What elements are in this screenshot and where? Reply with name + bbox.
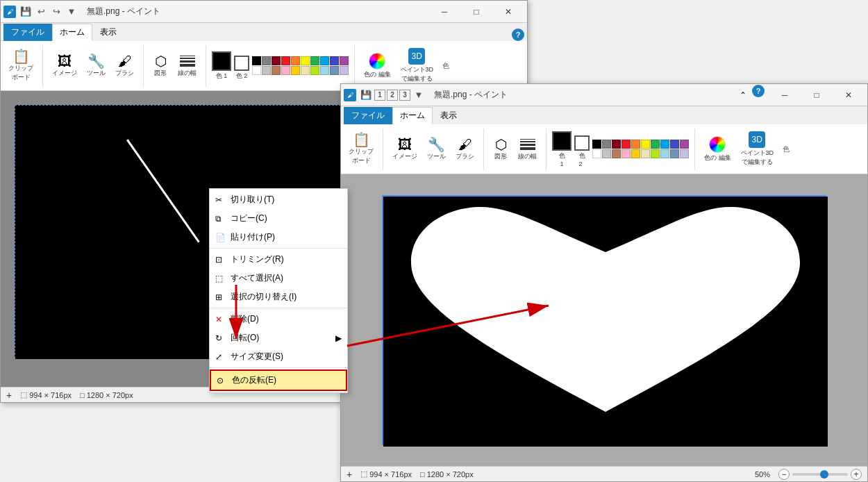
tools-btn-w2[interactable]: 🔧 ツール bbox=[424, 135, 449, 163]
menu-crop[interactable]: ⊡ トリミング(R) bbox=[210, 250, 347, 269]
palette-swatch-17[interactable] bbox=[320, 66, 329, 75]
tab-file-w2[interactable]: ファイル bbox=[344, 107, 392, 124]
color2-swatch-w1[interactable] bbox=[234, 56, 249, 71]
image-btn-w2[interactable]: 🖼 イメージ bbox=[389, 135, 421, 163]
shapes-btn-w2[interactable]: ⬡ 図形 bbox=[490, 135, 512, 163]
save-qat-btn-w2[interactable]: 💾 bbox=[359, 88, 373, 102]
num2-qat-btn-w2[interactable]: 2 bbox=[387, 90, 398, 101]
palette-swatch-16[interactable] bbox=[651, 149, 660, 158]
menu-delete[interactable]: ✕ 削除(D) bbox=[210, 310, 347, 329]
paint3d-btn-w2[interactable]: 3D ペイント3D で編集する bbox=[737, 129, 778, 169]
color1-swatch-w2[interactable] bbox=[552, 131, 571, 151]
menu-resize[interactable]: ⤢ サイズ変更(S) bbox=[210, 347, 347, 366]
undo-qat-btn[interactable]: ↩ bbox=[34, 5, 48, 19]
palette-swatch-1[interactable] bbox=[262, 56, 271, 65]
add-btn-w2[interactable]: + bbox=[347, 469, 352, 480]
menu-selectall[interactable]: ⬚ すべて選択(A) bbox=[210, 269, 347, 288]
palette-swatch-18[interactable] bbox=[330, 66, 339, 75]
palette-swatch-2[interactable] bbox=[612, 140, 621, 149]
minimize-btn-w1[interactable]: ─ bbox=[428, 1, 460, 22]
color-group-label-w2: 色 bbox=[783, 144, 790, 154]
help-btn-w2[interactable]: ? bbox=[752, 85, 765, 97]
menu-rotate[interactable]: ↻ 回転(O) ▶ bbox=[210, 329, 347, 347]
dropdown-qat-btn[interactable]: ▼ bbox=[65, 5, 78, 19]
color2-swatch-w2[interactable] bbox=[574, 135, 590, 151]
add-btn-w1[interactable]: + bbox=[6, 390, 12, 401]
palette-swatch-9[interactable] bbox=[340, 56, 349, 65]
save-qat-btn[interactable]: 💾 bbox=[19, 5, 33, 19]
palette-swatch-3[interactable] bbox=[281, 56, 290, 65]
palette-swatch-19[interactable] bbox=[340, 66, 349, 75]
dropdown-qat-btn-w2[interactable]: ▼ bbox=[412, 88, 426, 102]
coloreditor-btn-w1[interactable]: 色の 編集 bbox=[360, 51, 394, 81]
color1-swatch-w1[interactable] bbox=[212, 51, 231, 71]
num1-qat-btn-w2[interactable]: 1 bbox=[374, 90, 385, 101]
palette-swatch-14[interactable] bbox=[291, 66, 300, 75]
palette-swatch-13[interactable] bbox=[281, 66, 290, 75]
redo-qat-btn[interactable]: ↪ bbox=[49, 5, 63, 19]
shapes-btn-w1[interactable]: ⬡ 図形 bbox=[149, 52, 172, 80]
palette-swatch-7[interactable] bbox=[660, 140, 669, 149]
palette-swatch-12[interactable] bbox=[612, 149, 621, 158]
coloreditor-btn-w2[interactable]: 色の 編集 bbox=[701, 134, 735, 165]
palette-swatch-10[interactable] bbox=[252, 66, 261, 75]
palette-swatch-5[interactable] bbox=[641, 140, 650, 149]
maximize-btn-w1[interactable]: □ bbox=[460, 1, 492, 22]
palette-swatch-16[interactable] bbox=[310, 66, 319, 75]
minimize-btn-w2[interactable]: ─ bbox=[769, 85, 801, 106]
palette-swatch-18[interactable] bbox=[670, 149, 679, 158]
palette-swatch-0[interactable] bbox=[592, 140, 601, 149]
num3-qat-btn-w2[interactable]: 3 bbox=[399, 90, 410, 101]
palette-swatch-15[interactable] bbox=[641, 149, 650, 158]
menu-invertcolor[interactable]: ⊙ 色の反転(E) bbox=[210, 369, 347, 391]
clipboard-btn-w2[interactable]: 📋 クリップ ボード bbox=[345, 131, 377, 167]
zoom-slider-w2[interactable] bbox=[792, 473, 848, 476]
palette-swatch-1[interactable] bbox=[602, 140, 611, 149]
palette-swatch-15[interactable] bbox=[301, 66, 310, 75]
palette-swatch-7[interactable] bbox=[320, 56, 329, 65]
menu-paste[interactable]: 📄 貼り付け(P) bbox=[210, 228, 347, 247]
palette-swatch-19[interactable] bbox=[680, 149, 689, 158]
palette-swatch-17[interactable] bbox=[660, 149, 669, 158]
tab-home-w2[interactable]: ホーム bbox=[392, 107, 433, 124]
linewidth-btn-w2[interactable]: 線の幅 bbox=[515, 135, 540, 163]
palette-swatch-6[interactable] bbox=[651, 140, 660, 149]
tools-btn-w1[interactable]: 🔧 ツール bbox=[83, 52, 109, 80]
zoom-in-btn-w2[interactable]: + bbox=[851, 469, 862, 480]
palette-swatch-13[interactable] bbox=[621, 149, 631, 158]
paint3d-btn-w1[interactable]: 3D ペイント3D で編集する bbox=[397, 46, 437, 85]
zoom-out-btn-w2[interactable]: − bbox=[778, 469, 790, 480]
brush-btn-w2[interactable]: 🖌 ブラシ bbox=[452, 135, 478, 163]
close-btn-w1[interactable]: ✕ bbox=[492, 1, 524, 22]
tab-view-w1[interactable]: 表示 bbox=[92, 24, 124, 41]
linewidth-btn-w1[interactable]: 線の幅 bbox=[174, 52, 200, 80]
menu-copy[interactable]: ⧉ コピー(C) bbox=[210, 209, 347, 228]
tab-home-w1[interactable]: ホーム bbox=[52, 24, 92, 41]
menu-cut[interactable]: ✂ 切り取り(T) bbox=[210, 190, 347, 209]
palette-swatch-4[interactable] bbox=[631, 140, 640, 149]
palette-swatch-12[interactable] bbox=[272, 66, 281, 75]
brush-btn-w1[interactable]: 🖌 ブラシ bbox=[112, 52, 137, 80]
tab-view-w2[interactable]: 表示 bbox=[433, 107, 465, 124]
palette-swatch-2[interactable] bbox=[272, 56, 281, 65]
palette-swatch-4[interactable] bbox=[291, 56, 300, 65]
palette-swatch-6[interactable] bbox=[310, 56, 319, 65]
palette-swatch-3[interactable] bbox=[621, 140, 631, 149]
clipboard-btn-w1[interactable]: 📋 クリップ ボード bbox=[5, 47, 37, 84]
palette-swatch-9[interactable] bbox=[680, 140, 689, 149]
palette-swatch-8[interactable] bbox=[330, 56, 339, 65]
palette-swatch-11[interactable] bbox=[262, 66, 271, 75]
palette-swatch-0[interactable] bbox=[252, 56, 261, 65]
help-btn-w1[interactable]: ? bbox=[512, 28, 524, 41]
palette-swatch-11[interactable] bbox=[602, 149, 611, 158]
palette-swatch-5[interactable] bbox=[301, 56, 310, 65]
image-btn-w1[interactable]: 🖼 イメージ bbox=[49, 52, 81, 80]
chevron-up-w2[interactable]: ⌃ bbox=[740, 85, 746, 106]
palette-swatch-8[interactable] bbox=[670, 140, 679, 149]
palette-swatch-14[interactable] bbox=[631, 149, 640, 158]
menu-invertsel[interactable]: ⊞ 選択の切り替え(I) bbox=[210, 288, 347, 306]
maximize-btn-w2[interactable]: □ bbox=[801, 85, 833, 106]
tab-file-w1[interactable]: ファイル bbox=[3, 24, 52, 41]
palette-swatch-10[interactable] bbox=[592, 149, 601, 158]
close-btn-w2[interactable]: ✕ bbox=[833, 85, 865, 106]
